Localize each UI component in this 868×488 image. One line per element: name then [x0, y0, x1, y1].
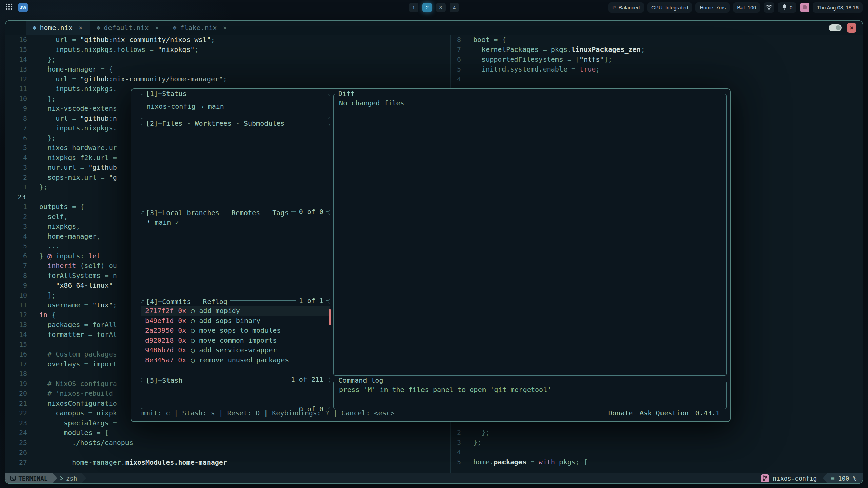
lines-icon: ≡: [831, 474, 834, 482]
panel-key: [5]: [146, 376, 162, 384]
commit-author: 0x: [178, 336, 186, 344]
status-module-power-profile[interactable]: P: Balanced: [608, 2, 644, 13]
lazygit-stash-panel[interactable]: [5]Stash 0 of 0: [141, 381, 330, 409]
window-toggle-pill[interactable]: [829, 24, 842, 31]
tab-close-icon[interactable]: ×: [79, 24, 83, 32]
commit-message: add sops binary: [199, 317, 260, 325]
shell-indicator: zsh: [57, 473, 82, 483]
code-line: 26: [5, 448, 450, 458]
line-number: 2: [5, 212, 27, 222]
line-number: 9: [5, 281, 27, 290]
user-badge[interactable]: JW: [18, 3, 28, 12]
lazygit-commits-panel[interactable]: [4]Commits - Reflog 2717f2f0x○add mopidy…: [141, 302, 330, 379]
line-number: 7: [5, 261, 27, 271]
line-number: 5: [5, 143, 27, 153]
lazygit-status-panel[interactable]: [1]Status nixos-config → main: [141, 94, 330, 119]
commit-hash: 8e345a7: [145, 356, 174, 364]
app-launcher-icon[interactable]: [5, 3, 13, 12]
diff-content: No changed files: [334, 94, 726, 112]
color-swatch-icon[interactable]: [800, 3, 809, 12]
code-line: 15 inputs.nixpkgs.follows = "nixpkgs";: [5, 45, 450, 55]
line-number: 2: [452, 428, 461, 438]
lazygit-branches-panel[interactable]: [3]Local branches - Remotes - Tags * mai…: [141, 213, 330, 301]
code-line: 8boot = {: [452, 35, 863, 45]
branch-sync-check-icon: ✓: [175, 218, 179, 226]
line-number: 19: [5, 379, 27, 389]
line-number: 24: [5, 428, 27, 438]
clock[interactable]: Thu Aug 08, 18:16: [813, 2, 863, 13]
line-number: 15: [5, 45, 27, 55]
tab-close-icon[interactable]: ×: [155, 24, 159, 32]
workspace-button-3[interactable]: 3: [436, 3, 446, 12]
notifications-chip[interactable]: 0: [778, 2, 796, 13]
scroll-percent: ≡ 100 %: [827, 473, 863, 483]
workspace-button-4[interactable]: 4: [450, 3, 459, 12]
commit-list: 2717f2f0x○add mopidyb49ef1d0x○add sops b…: [141, 302, 330, 365]
line-number: 12: [5, 310, 27, 320]
lazygit-command-log-panel[interactable]: Command log press 'M' in the files panel…: [333, 381, 727, 409]
commit-graph-node-icon: ○: [191, 326, 195, 334]
status-module-battery[interactable]: Bat: 100: [733, 2, 760, 13]
line-number: 5: [452, 457, 461, 467]
ask-question-link[interactable]: Ask Question: [639, 409, 689, 417]
line-number: 21: [5, 399, 27, 408]
lazygit-files-panel[interactable]: [2]Files - Worktrees - Submodules 0 of 0: [141, 124, 330, 212]
shell-prompt-icon: [60, 475, 63, 482]
workspace-button-2[interactable]: 2: [422, 3, 432, 12]
donate-link[interactable]: Donate: [608, 409, 633, 417]
commit-row[interactable]: 9486b7d0x○add service-wrapper: [141, 345, 330, 355]
editor-pane-right-bottom[interactable]: 2 };3};45home.packages = with pkgs; [: [452, 428, 863, 467]
line-number: 10: [5, 290, 27, 300]
tab-label: home.nix: [40, 24, 72, 32]
panel-title: Local branches - Remotes - Tags: [162, 209, 289, 217]
workspace-button-1[interactable]: 1: [409, 3, 418, 12]
mode-indicator: TERMINAL: [5, 473, 53, 483]
line-number: 25: [5, 438, 27, 448]
keybindings-hint: mmit: c | Stash: s | Reset: D | Keybindi…: [141, 409, 395, 417]
lazygit-diff-panel[interactable]: Diff No changed files: [333, 94, 727, 376]
status-module-latency[interactable]: Home: 7ms: [695, 2, 730, 13]
branch-name: main: [155, 218, 171, 226]
commit-row[interactable]: b49ef1d0x○add sops binary: [141, 316, 330, 325]
line-number: 16: [5, 35, 27, 45]
lazygit-version: 0.43.1: [695, 409, 720, 417]
commit-message: move sops to modules: [199, 326, 281, 334]
panel-title: Status: [162, 89, 186, 98]
workspace-switcher: 1234: [409, 0, 459, 15]
commit-hash: 2a23950: [145, 326, 174, 334]
commit-graph-node-icon: ○: [191, 346, 195, 354]
code-line: 4: [452, 447, 863, 457]
topbar-right: P: BalancedGPU: IntegratedHome: 7msBat: …: [608, 2, 863, 13]
code-line: 14 };: [5, 55, 450, 64]
wifi-icon[interactable]: [764, 2, 774, 13]
commit-row[interactable]: 2a239500x○move sops to modules: [141, 325, 330, 335]
panel-title: Stash: [162, 376, 182, 384]
tab-home.nix[interactable]: ❄home.nix×: [26, 21, 90, 35]
repo-name: nixos-config: [773, 475, 817, 482]
tab-flake.nix[interactable]: ❄flake.nix×: [166, 21, 234, 35]
commit-hash: d920218: [145, 336, 174, 344]
status-module-gpu[interactable]: GPU: Integrated: [647, 2, 692, 13]
line-number: 22: [5, 408, 27, 418]
commit-hash: b49ef1d: [145, 317, 174, 325]
tab-close-icon[interactable]: ×: [223, 24, 227, 32]
line-number: 6: [5, 251, 27, 261]
line-number: 20: [5, 389, 27, 399]
tab-default.nix[interactable]: ❄default.nix×: [90, 21, 166, 35]
commit-row[interactable]: 2717f2f0x○add mopidy: [141, 306, 330, 316]
line-number: 8: [5, 271, 27, 281]
window-close-button[interactable]: ×: [847, 23, 856, 33]
line-number: 27: [5, 458, 27, 467]
panel-title: Files - Worktrees - Submodules: [162, 119, 284, 127]
commit-row[interactable]: d9202180x○move common imports: [141, 335, 330, 345]
desktop: JW 1234 P: BalancedGPU: IntegratedHome: …: [0, 0, 868, 488]
tab-bar: ❄home.nix×❄default.nix×❄flake.nix× ×: [5, 21, 863, 35]
line-number: 2: [5, 172, 27, 182]
line-number: 11: [5, 300, 27, 310]
shell-label: zsh: [66, 475, 77, 482]
panel-key: [1]: [146, 89, 162, 98]
commits-scrollbar[interactable]: [329, 309, 331, 325]
line-number: 13: [5, 64, 27, 74]
editor-pane-right-top[interactable]: 8boot = {7 kernelPackages = pkgs.linuxPa…: [452, 35, 863, 84]
commit-row[interactable]: 8e345a70x○remove unused packages: [141, 355, 330, 365]
